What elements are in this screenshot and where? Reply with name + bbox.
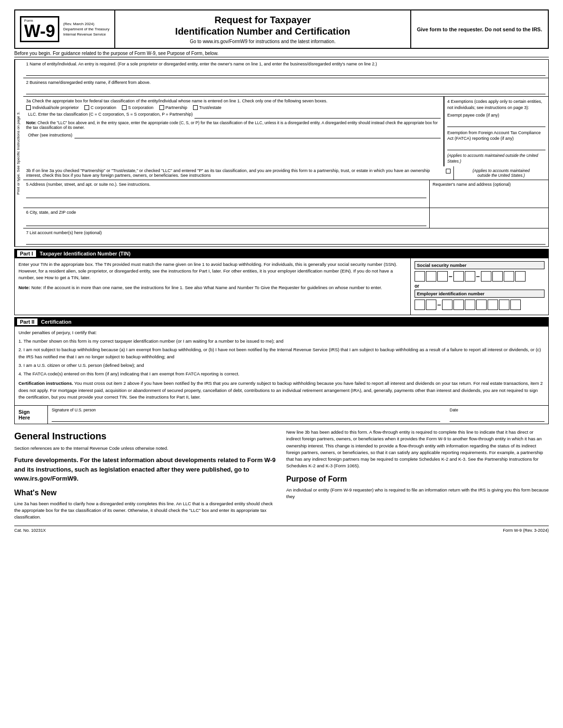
line3b-text: 3b If on line 3a you checked "Partnershi… — [26, 168, 444, 178]
sig-line[interactable] — [52, 412, 440, 422]
cert-instructions-text: You must cross out item 2 above if you h… — [18, 381, 543, 400]
service: Internal Revenue Service — [63, 32, 106, 36]
before-begin: Before you begin. For guidance related t… — [14, 51, 549, 57]
line5-input[interactable] — [26, 188, 426, 198]
future-dev-title: Future developments. — [14, 456, 78, 464]
other-input[interactable] — [74, 132, 441, 138]
part1-note-text: Note: If the account is in more than one… — [31, 285, 382, 290]
check-box-3b[interactable] — [446, 169, 451, 173]
exemptions-label: 4 Exemptions (codes apply only to certai… — [447, 99, 545, 110]
line5-label: 5 Address (number, street, and apt. or s… — [26, 182, 426, 187]
line6-input[interactable] — [26, 216, 426, 226]
gen-right: New line 3b has been added to this form.… — [286, 429, 549, 521]
ein-cell-8[interactable] — [499, 300, 509, 310]
ssn-cell-8[interactable] — [504, 271, 514, 282]
check-s-corp-label: S corporation — [128, 105, 154, 110]
requester-label: Requester's name and address (optional) — [433, 182, 545, 187]
part1-body-text: Enter your TIN in the appropriate box. T… — [18, 261, 406, 282]
cert-instructions: Certification instructions. You must cro… — [18, 380, 545, 400]
line2-row: 2 Business name/disregarded entity name,… — [23, 78, 548, 97]
check-box-individual[interactable] — [26, 105, 31, 110]
check-c-corp-label: C corporation — [91, 105, 116, 110]
ssn-cell-3[interactable] — [437, 271, 448, 282]
checkbox-s-corp: S corporation — [122, 105, 154, 110]
check-box-c-corp[interactable] — [84, 105, 89, 110]
ssn-cell-9[interactable] — [515, 271, 526, 282]
checkbox-individual: Individual/sole proprietor — [26, 105, 79, 110]
line1-input[interactable] — [26, 67, 545, 76]
requester-input[interactable] — [433, 187, 545, 206]
line1-label: 1 Name of entity/individual. An entry is… — [26, 62, 545, 66]
form-body: Print or type. See Specific Instructions… — [14, 59, 549, 247]
part1-note-label: Note: — [18, 285, 30, 290]
form-rev-info: (Rev. March 2024) Department of the Trea… — [63, 21, 109, 37]
ssn-cells: – – — [415, 271, 545, 282]
general-intro: Section references are to the Internal R… — [14, 445, 277, 452]
part1-header: Part I Taxpayer Identification Number (T… — [14, 249, 549, 258]
line7-label: 7 List account number(s) here (optional) — [26, 230, 545, 235]
ein-cell-6[interactable] — [476, 300, 487, 310]
ssn-cell-2[interactable] — [426, 271, 436, 282]
ssn-cell-5[interactable] — [465, 271, 475, 282]
other-row: Other (see instructions) — [26, 132, 441, 138]
check-box-partnership[interactable] — [159, 105, 164, 110]
ein-cell-5[interactable] — [465, 300, 475, 310]
header-center: Request for Taxpayer Identification Numb… — [115, 10, 411, 48]
checkbox-partnership: Partnership — [159, 105, 187, 110]
department: Department of the Treasury — [63, 27, 109, 31]
line1-row: 1 Name of entity/individual. An entry is… — [23, 60, 548, 78]
line6-label: 6 City, state, and ZIP code — [26, 210, 426, 215]
purpose-text: An individual or entity (Form W-9 reques… — [286, 487, 549, 500]
ein-cell-1[interactable] — [415, 300, 425, 310]
ein-cell-4[interactable] — [453, 300, 464, 310]
ein-cell-2[interactable] — [426, 300, 436, 310]
line7-row: 7 List account number(s) here (optional) — [23, 228, 548, 246]
form-fields: 1 Name of entity/individual. An entry is… — [23, 60, 548, 246]
ein-cell-9[interactable] — [510, 300, 521, 310]
ein-cell-3[interactable] — [442, 300, 452, 310]
ssn-cell-7[interactable] — [492, 271, 503, 282]
gen-right-para1: New line 3b has been added to this form.… — [286, 429, 549, 470]
form-w9-box: Form W-9 — [20, 16, 59, 42]
future-dev-header: Future developments. For the latest info… — [14, 455, 277, 483]
sidebar-label: Print or type. See Specific Instructions… — [15, 60, 23, 246]
ssn-dash-2: – — [476, 273, 480, 280]
date-area: Date — [450, 408, 545, 422]
line6-left: 6 City, state, and ZIP code — [23, 208, 430, 228]
ssn-cell-4[interactable] — [453, 271, 464, 282]
ssn-cell-6[interactable] — [481, 271, 491, 282]
date-input[interactable] — [450, 412, 545, 422]
sign-label: Sign Here — [15, 406, 48, 424]
line2-input[interactable] — [26, 86, 545, 94]
gen-left: General Instructions Section references … — [14, 429, 277, 521]
line3a-label: 3a Check the appropriate box for federal… — [26, 99, 441, 103]
part2-header: Part II Certification — [14, 317, 549, 327]
line7-input[interactable] — [26, 236, 545, 245]
llc-row: LLC. Enter the tax classification (C = C… — [26, 112, 441, 118]
form-ref: Form W-9 (Rev. 3-2024) — [503, 528, 549, 533]
check-box-s-corp[interactable] — [122, 105, 127, 110]
form-header: Form W-9 (Rev. March 2024) Department of… — [14, 9, 549, 49]
cert-item-3: 3. I am a U.S. citizen or other U.S. per… — [18, 362, 545, 369]
ssn-cell-1[interactable] — [415, 271, 425, 282]
cat-number: Cat. No. 10231X — [14, 528, 46, 533]
ein-cells: – — [415, 300, 545, 310]
form-footer: Cat. No. 10231X Form W-9 (Rev. 3-2024) — [14, 526, 549, 533]
part1-label: Part I — [17, 250, 36, 257]
fatca-input[interactable] — [447, 143, 545, 150]
row-3a: 3a Check the appropriate box for federal… — [23, 97, 548, 166]
general-title: General Instructions — [14, 429, 277, 443]
check-box-trust[interactable] — [193, 105, 198, 110]
exempt-payee-input[interactable] — [447, 119, 545, 127]
header-right: Give form to the requester. Do not send … — [411, 10, 548, 48]
sign-line2: Here — [18, 415, 44, 420]
requester-area: Requester's name and address (optional) — [430, 180, 548, 208]
other-label: Other (see instructions) — [28, 133, 73, 137]
line6-row: 6 City, state, and ZIP code — [23, 208, 548, 228]
sign-fields: Signature of U.S. person Date — [48, 406, 548, 424]
checkbox-row-1: Individual/sole proprietor C corporation… — [26, 105, 441, 110]
cert-instructions-title: Certification instructions. — [18, 381, 73, 386]
ssn-dash-1: – — [449, 273, 452, 280]
line5-left: 5 Address (number, street, and apt. or s… — [23, 180, 430, 208]
ein-cell-7[interactable] — [488, 300, 498, 310]
